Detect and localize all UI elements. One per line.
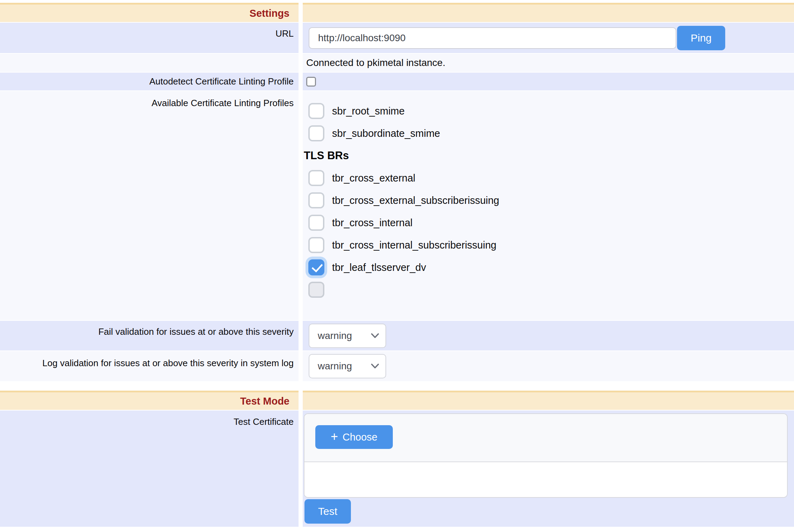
profile-label[interactable]: tbr_cross_external xyxy=(332,172,416,184)
profiles-label: Available Certificate Linting Profiles xyxy=(152,98,294,109)
chevron-down-icon xyxy=(371,363,379,369)
url-input[interactable] xyxy=(309,27,676,49)
profile-checkbox[interactable] xyxy=(308,259,324,275)
profiles-list: sbr_root_smimesbr_subordinate_smimeTLS B… xyxy=(303,91,794,320)
settings-header-spacer xyxy=(303,3,794,22)
fail-severity-label: Fail validation for issues at or above t… xyxy=(98,326,294,337)
profiles-label-cell: Available Certificate Linting Profiles xyxy=(0,91,299,320)
test-certificate-label-cell: Test Certificate xyxy=(0,411,299,527)
test-mode-section: Test Mode Test Certificate + Choose xyxy=(0,391,794,527)
profile-label[interactable]: sbr_root_smime xyxy=(332,105,405,117)
profile-checkbox[interactable] xyxy=(308,170,324,186)
log-severity-label-cell: Log validation for issues at or above th… xyxy=(0,351,299,381)
test-certificate-field-cell: + Choose Test xyxy=(303,411,794,527)
certificate-upload-dropzone[interactable]: + Choose xyxy=(304,413,788,498)
test-mode-section-title: Test Mode xyxy=(240,396,289,407)
log-severity-select[interactable]: warning xyxy=(309,354,386,378)
profile-label[interactable]: sbr_subordinate_smime xyxy=(332,128,440,139)
profiles-row: Available Certificate Linting Profiles s… xyxy=(0,91,794,320)
profile-checkbox[interactable] xyxy=(308,103,324,119)
test-mode-header-row: Test Mode xyxy=(0,391,794,410)
profile-checkbox[interactable] xyxy=(308,215,324,231)
test-mode-header-spacer xyxy=(303,391,794,410)
ping-button-label: Ping xyxy=(691,32,712,44)
fail-severity-value: warning xyxy=(318,330,352,341)
profile-checkbox[interactable] xyxy=(308,237,324,253)
url-row: URL Ping xyxy=(0,23,794,53)
autodetect-checkbox[interactable] xyxy=(306,77,316,87)
profile-list-item: tbr_cross_external_subscriberissuing xyxy=(303,192,794,209)
status-cell: Connected to pkimetal instance. xyxy=(303,54,794,72)
settings-header-row: Settings xyxy=(0,3,794,22)
upload-panel-content xyxy=(304,462,787,497)
url-label-cell: URL xyxy=(0,23,299,53)
profile-list-item: tbr_cross_external xyxy=(303,169,794,187)
connection-status-text: Connected to pkimetal instance. xyxy=(306,57,445,68)
log-severity-value: warning xyxy=(318,361,352,372)
autodetect-field-cell xyxy=(303,73,794,90)
log-severity-field-cell: warning xyxy=(303,351,794,381)
settings-section: Settings URL Ping Connected to pkimetal … xyxy=(0,3,794,381)
profile-list-item: tbr_leaf_tlsserver_dv xyxy=(303,259,794,276)
chevron-down-icon xyxy=(371,333,379,339)
profile-label[interactable]: tbr_cross_internal xyxy=(332,217,413,229)
plus-icon: + xyxy=(331,430,338,443)
profile-checkbox[interactable] xyxy=(308,192,324,208)
url-label: URL xyxy=(275,28,294,39)
test-certificate-label: Test Certificate xyxy=(234,416,294,427)
fail-severity-label-cell: Fail validation for issues at or above t… xyxy=(0,321,299,350)
profile-list-item: tbr_cross_internal_subscriberissuing xyxy=(303,236,794,254)
test-button-label: Test xyxy=(318,505,337,517)
profile-list-item: tbr_cross_internal xyxy=(303,214,794,231)
test-certificate-row: Test Certificate + Choose Test xyxy=(0,411,794,527)
profile-list-item: sbr_subordinate_smime xyxy=(303,125,794,142)
fail-severity-field-cell: warning xyxy=(303,321,794,350)
status-row: Connected to pkimetal instance. xyxy=(0,54,794,72)
test-mode-header-cell: Test Mode xyxy=(0,391,299,410)
profile-label[interactable]: tbr_cross_external_subscriberissuing xyxy=(332,195,499,206)
fail-severity-select[interactable]: warning xyxy=(309,324,386,348)
fail-severity-row: Fail validation for issues at or above t… xyxy=(0,321,794,350)
profile-label[interactable]: tbr_cross_internal_subscriberissuing xyxy=(332,239,497,251)
autodetect-row: Autodetect Certificate Linting Profile xyxy=(0,73,794,90)
autodetect-label: Autodetect Certificate Linting Profile xyxy=(149,76,294,87)
profile-list-item: sbr_root_smime xyxy=(303,102,794,120)
autodetect-label-cell: Autodetect Certificate Linting Profile xyxy=(0,73,299,90)
test-button[interactable]: Test xyxy=(304,499,351,524)
log-severity-label: Log validation for issues at or above th… xyxy=(42,358,294,369)
url-field-cell: Ping xyxy=(303,23,794,53)
ping-button[interactable]: Ping xyxy=(677,26,725,50)
profile-checkbox[interactable] xyxy=(308,125,324,141)
pkimetal-settings-page: Settings URL Ping Connected to pkimetal … xyxy=(0,0,794,532)
log-severity-row: Log validation for issues at or above th… xyxy=(0,351,794,381)
settings-section-title: Settings xyxy=(250,8,289,19)
settings-header-cell: Settings xyxy=(0,3,299,22)
profile-list-item xyxy=(303,281,794,298)
status-label-cell xyxy=(0,54,299,72)
profiles-group-heading: TLS BRs xyxy=(303,147,794,164)
profile-checkbox[interactable] xyxy=(308,282,324,298)
choose-file-button[interactable]: + Choose xyxy=(315,425,393,449)
upload-panel-toolbar: + Choose xyxy=(304,414,787,462)
profile-label[interactable]: tbr_leaf_tlsserver_dv xyxy=(332,262,426,273)
choose-file-button-label: Choose xyxy=(343,431,377,443)
